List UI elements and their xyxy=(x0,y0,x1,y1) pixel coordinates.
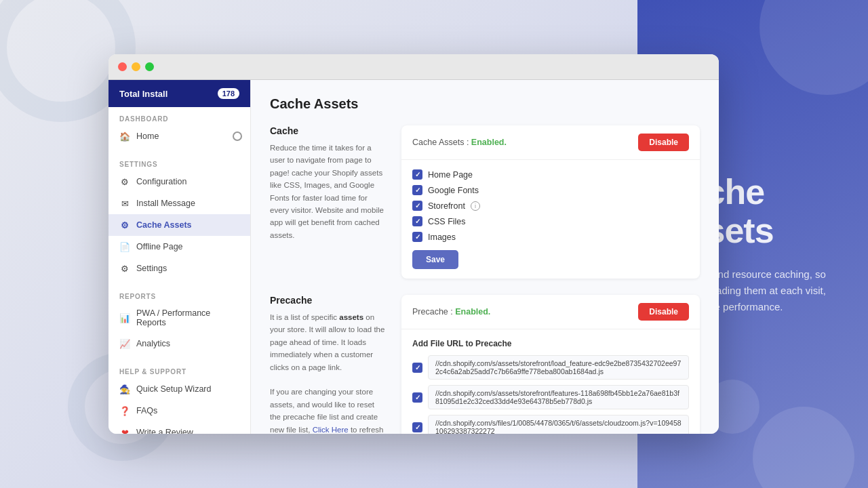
cache-card-header: Cache Assets : Enabled. Disable xyxy=(401,125,700,160)
home-radio xyxy=(233,131,242,141)
analytics-icon: 📈 xyxy=(119,338,130,349)
sidebar-item-label: Install Message xyxy=(136,199,195,208)
sidebar-item-label: FAQs xyxy=(136,406,157,415)
quick-setup-icon: 🧙 xyxy=(119,384,130,394)
precache-section-left: Precache It is a list of specific assets… xyxy=(270,295,385,434)
homepage-label: Home Page xyxy=(428,170,473,180)
browser-body: Total Install 178 Dashboard 🏠 Home Setti… xyxy=(108,80,719,434)
cache-card: Cache Assets : Enabled. Disable Home Pag… xyxy=(401,125,700,279)
cache-disable-button[interactable]: Disable xyxy=(638,134,689,151)
cache-checkbox-cssfiles: CSS Files xyxy=(412,216,689,226)
url-item-2: //cdn.shopify.com/s/files/1/0085/4478/03… xyxy=(412,415,689,434)
precache-card: Precache : Enabled. Disable Add File URL… xyxy=(401,295,700,434)
cache-checkbox-googlefonts: Google Fonts xyxy=(412,185,689,195)
precache-section-title: Precache xyxy=(270,295,385,306)
url-2-checkbox[interactable] xyxy=(412,422,422,432)
sidebar-item-label: Home xyxy=(136,131,159,141)
pwa-reports-icon: 📊 xyxy=(119,312,130,323)
cache-section-left: Cache Reduce the time it takes for a use… xyxy=(270,125,385,279)
titlebar xyxy=(108,54,719,80)
cache-card-body: Home Page Google Fonts Storefront i xyxy=(401,160,700,279)
sidebar-item-settings[interactable]: ⚙ Settings xyxy=(108,258,250,279)
sidebar-header-title: Total Install xyxy=(119,89,167,99)
sidebar-section-reports: Reports xyxy=(108,285,250,303)
maximize-button[interactable] xyxy=(145,62,154,71)
url-1-text: //cdn.shopify.com/s/assets/storefront/fe… xyxy=(428,385,689,409)
install-message-icon: ✉ xyxy=(119,198,130,209)
sidebar-item-install-message[interactable]: ✉ Install Message xyxy=(108,192,250,214)
precache-disable-button[interactable]: Disable xyxy=(638,303,689,321)
sidebar-item-write-review[interactable]: ❤ Write a Review xyxy=(108,422,250,434)
cache-status-value: Enabled. xyxy=(471,138,507,147)
cssfiles-checkbox[interactable] xyxy=(412,216,422,226)
images-label: Images xyxy=(428,232,456,242)
main-content: Cache Assets Cache Reduce the time it ta… xyxy=(251,80,719,434)
sidebar-item-label: Offline Page xyxy=(136,242,183,251)
sidebar-item-home[interactable]: 🏠 Home xyxy=(108,125,250,147)
sidebar-item-faqs[interactable]: ❓ FAQs xyxy=(108,400,250,422)
offline-page-icon: 📄 xyxy=(119,241,130,252)
storefront-label: Storefront xyxy=(428,201,465,211)
cache-section-title: Cache xyxy=(270,125,385,136)
precache-status-value: Enabled. xyxy=(455,307,490,317)
cssfiles-label: CSS Files xyxy=(428,217,466,226)
precache-section-description: It is a list of specific assets on your … xyxy=(270,311,385,434)
heart-icon: ❤ xyxy=(119,427,130,434)
sidebar-item-label: Settings xyxy=(136,264,167,273)
browser-window: Total Install 178 Dashboard 🏠 Home Setti… xyxy=(108,54,719,434)
sidebar-item-label: Quick Setup Wizard xyxy=(136,384,211,394)
cache-save-button[interactable]: Save xyxy=(412,250,458,269)
storefront-checkbox[interactable] xyxy=(412,201,422,211)
sidebar-item-quick-setup[interactable]: 🧙 Quick Setup Wizard xyxy=(108,378,250,400)
sidebar-item-label: Analytics xyxy=(136,339,170,348)
sidebar-item-cache-assets[interactable]: ⚙ Cache Assets xyxy=(108,214,250,236)
sidebar-section-dashboard: Dashboard xyxy=(108,107,250,125)
traffic-lights xyxy=(118,62,154,71)
page-title: Cache Assets xyxy=(270,96,700,112)
sidebar-item-label: Write a Review xyxy=(136,428,193,434)
sidebar-section-help: Help & Support xyxy=(108,360,250,378)
sidebar-total-badge: 178 xyxy=(218,88,239,99)
cache-assets-icon: ⚙ xyxy=(119,220,130,230)
precache-status-label: Precache : Enabled. xyxy=(412,307,490,317)
sidebar: Total Install 178 Dashboard 🏠 Home Setti… xyxy=(108,80,251,434)
precache-card-header: Precache : Enabled. Disable xyxy=(401,295,700,329)
sidebar-item-configuration[interactable]: ⚙ Configuration xyxy=(108,171,250,192)
precache-section: Precache It is a list of specific assets… xyxy=(270,295,700,434)
url-2-text: //cdn.shopify.com/s/files/1/0085/4478/03… xyxy=(428,415,689,434)
storefront-info-icon[interactable]: i xyxy=(471,201,480,211)
sidebar-header: Total Install 178 xyxy=(108,80,250,107)
homepage-checkbox[interactable] xyxy=(412,169,422,180)
url-item-0: //cdn.shopify.com/s/assets/storefront/lo… xyxy=(412,355,689,380)
googlefonts-label: Google Fonts xyxy=(428,186,479,195)
url-1-checkbox[interactable] xyxy=(412,392,422,403)
rp-decoration-1 xyxy=(760,0,868,95)
sidebar-section-settings: Settings xyxy=(108,152,250,171)
sidebar-item-label: Cache Assets xyxy=(136,220,192,230)
add-file-url-label: Add File URL to Precache xyxy=(412,339,689,348)
url-item-1: //cdn.shopify.com/s/assets/storefront/fe… xyxy=(412,385,689,409)
click-here-link[interactable]: Click Here xyxy=(313,426,349,434)
url-0-text: //cdn.shopify.com/s/assets/storefront/lo… xyxy=(428,355,689,380)
settings-icon: ⚙ xyxy=(119,263,130,274)
close-button[interactable] xyxy=(118,62,127,71)
sidebar-item-pwa-reports[interactable]: 📊 PWA / Performance Reports xyxy=(108,303,250,333)
sidebar-item-label: PWA / Performance Reports xyxy=(136,308,239,327)
sidebar-item-label: Configuration xyxy=(136,177,186,186)
cache-section-description: Reduce the time it takes for a user to n… xyxy=(270,142,385,241)
cache-checkbox-homepage: Home Page xyxy=(412,169,689,180)
cache-section: Cache Reduce the time it takes for a use… xyxy=(270,125,700,279)
precache-card-body: Add File URL to Precache //cdn.shopify.c… xyxy=(401,329,700,434)
cache-status-label: Cache Assets : Enabled. xyxy=(412,138,507,147)
googlefonts-checkbox[interactable] xyxy=(412,185,422,195)
sidebar-item-offline-page[interactable]: 📄 Offline Page xyxy=(108,236,250,258)
cache-checkbox-storefront: Storefront i xyxy=(412,201,689,211)
configuration-icon: ⚙ xyxy=(119,176,130,187)
home-icon: 🏠 xyxy=(119,131,130,142)
url-0-checkbox[interactable] xyxy=(412,363,422,373)
minimize-button[interactable] xyxy=(132,62,140,71)
sidebar-item-analytics[interactable]: 📈 Analytics xyxy=(108,333,250,354)
images-checkbox[interactable] xyxy=(412,232,422,242)
rp-decoration-2 xyxy=(753,407,854,488)
cache-checkbox-images: Images xyxy=(412,232,689,242)
